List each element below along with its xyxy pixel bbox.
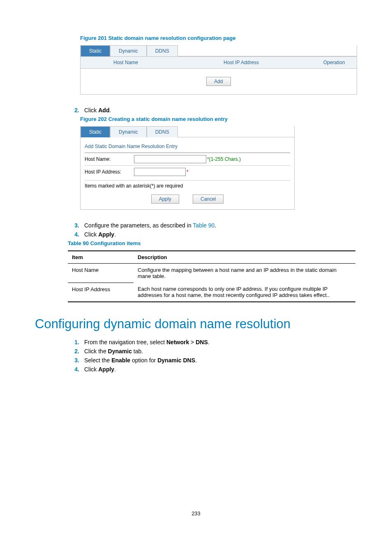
apply-button[interactable]: Apply xyxy=(151,195,179,204)
step-3-num: 3. xyxy=(68,222,84,229)
th-desc: Description xyxy=(134,251,355,264)
tab-dynamic[interactable]: Dynamic xyxy=(110,45,147,56)
hostname-input[interactable] xyxy=(134,155,206,163)
th-item: Item xyxy=(68,251,134,264)
step-2-post: . xyxy=(109,107,111,114)
table-row-desc: Configure the mapping between a host nam… xyxy=(134,264,355,283)
step-2-num: 2. xyxy=(68,107,84,114)
th-hostname: Host Name xyxy=(81,57,171,68)
step-4-post: . xyxy=(114,231,116,238)
table-row-item: Host IP Address xyxy=(68,283,134,302)
tab-static[interactable]: Static xyxy=(81,45,110,56)
list-item: 4.Click Apply. xyxy=(68,366,357,373)
add-button[interactable]: Add xyxy=(206,77,231,86)
tab-static-2[interactable]: Static xyxy=(81,126,110,137)
tab-ddns-2[interactable]: DDNS xyxy=(147,126,178,137)
form-title: Add Static Domain Name Resolution Entry xyxy=(85,144,290,149)
list-item: 2.Click the Dynamic tab. xyxy=(68,348,357,355)
table-90-caption: Table 90 Configuration items xyxy=(68,240,357,246)
heading-configuring-dynamic: Configuring dynamic domain name resoluti… xyxy=(35,317,357,331)
step-num: 1. xyxy=(68,339,84,345)
th-operation: Operation xyxy=(311,57,357,68)
step-4-bold: Apply xyxy=(98,231,114,238)
tab-ddns[interactable]: DDNS xyxy=(147,45,178,56)
figure-201-box: Static Dynamic DDNS Host Name Host IP Ad… xyxy=(80,45,357,95)
step-num: 2. xyxy=(68,348,84,355)
table-header-row: Host Name Host IP Address Operation xyxy=(81,56,357,69)
step-2-pre: Click xyxy=(84,107,98,114)
step-3-post: . xyxy=(214,222,216,229)
tabs-row: Static Dynamic DDNS xyxy=(81,45,357,56)
table-90: Item Description Host NameConfigure the … xyxy=(68,250,355,302)
figure-201-caption: Figure 201 Static domain name resolution… xyxy=(80,35,357,41)
step-4: 4. Click Apply. xyxy=(68,231,357,238)
figure-202-caption: Figure 202 Creating a static domain name… xyxy=(80,116,357,122)
list-item: 1.From the navigation tree, select Netwo… xyxy=(68,339,357,345)
page-number: 233 xyxy=(0,510,392,517)
step-4-num: 4. xyxy=(68,231,84,238)
cancel-button[interactable]: Cancel xyxy=(193,195,224,204)
table-row-desc: Each host name corresponds to only one I… xyxy=(134,283,355,302)
th-hostip: Host IP Address xyxy=(171,57,311,68)
form-note: Items marked with an asterisk(*) are req… xyxy=(85,181,290,191)
tab-dynamic-2[interactable]: Dynamic xyxy=(110,126,147,137)
hostname-hint: *(1-255 Chars.) xyxy=(207,156,241,162)
step-2-bold: Add xyxy=(98,107,109,114)
step-3-text: Configure the parameters, as described i… xyxy=(84,222,193,229)
step-num: 4. xyxy=(68,366,84,373)
step-3: 3. Configure the parameters, as describe… xyxy=(68,222,357,229)
step-text: Click Apply. xyxy=(84,366,357,373)
hostip-input[interactable] xyxy=(134,168,186,176)
hostip-hint: * xyxy=(187,169,189,175)
step-num: 3. xyxy=(68,357,84,364)
list-item: 3.Select the Enable option for Dynamic D… xyxy=(68,357,357,364)
figure-202-box: Static Dynamic DDNS Add Static Domain Na… xyxy=(80,126,295,210)
step-2: 2. Click Add. xyxy=(68,107,357,114)
step-text: From the navigation tree, select Network… xyxy=(84,339,357,345)
table-row-item: Host Name xyxy=(68,264,134,283)
step-text: Select the Enable option for Dynamic DNS… xyxy=(84,357,357,364)
step-4-pre: Click xyxy=(84,231,98,238)
hostname-label: Host Name: xyxy=(85,156,134,162)
step-3-link[interactable]: Table 90 xyxy=(193,222,214,229)
step-text: Click the Dynamic tab. xyxy=(84,348,357,355)
hostip-label: Host IP Address: xyxy=(85,169,134,175)
tab-filler xyxy=(178,45,357,56)
